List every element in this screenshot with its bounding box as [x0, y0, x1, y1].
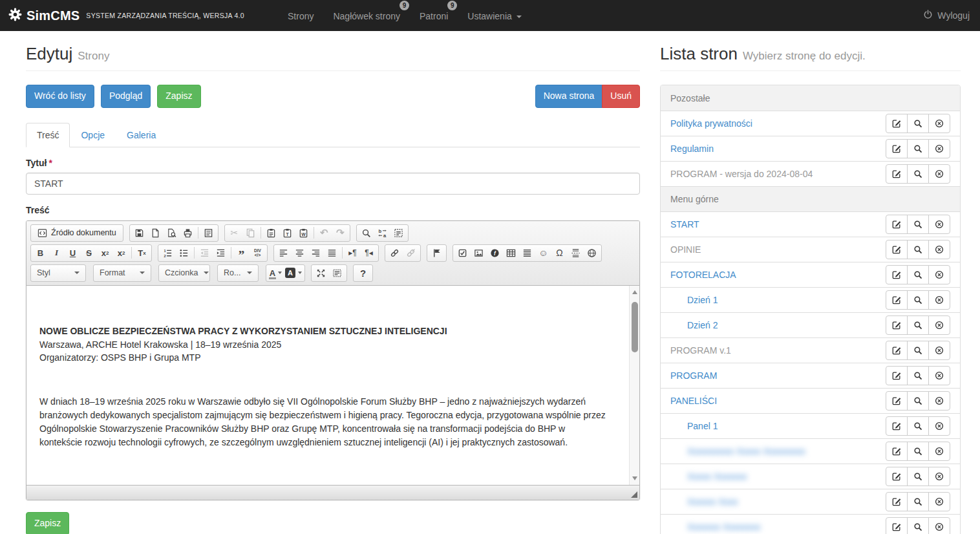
- edit-page-button[interactable]: [886, 114, 908, 133]
- find-button[interactable]: [358, 226, 374, 240]
- help-button[interactable]: ?: [355, 266, 371, 281]
- special-char-button[interactable]: Ω: [551, 246, 568, 261]
- delete-page-button[interactable]: [928, 215, 950, 234]
- edit-page-button[interactable]: [886, 366, 908, 385]
- justify-button[interactable]: [324, 246, 340, 261]
- preview-page-button[interactable]: [907, 366, 929, 385]
- subscript-button[interactable]: x2: [97, 246, 113, 261]
- select-all-button[interactable]: [390, 226, 407, 240]
- format-dropdown[interactable]: Format: [93, 264, 151, 282]
- outdent-button[interactable]: [197, 246, 213, 261]
- strikethrough-button[interactable]: S: [81, 246, 97, 261]
- edit-page-button[interactable]: [886, 391, 908, 411]
- iframe-button[interactable]: [584, 246, 600, 261]
- page-link[interactable]: PROGRAM v.1: [670, 345, 731, 356]
- print-button[interactable]: [180, 226, 196, 240]
- preview-page-button[interactable]: [907, 341, 929, 360]
- page-link[interactable]: Regulamin: [670, 144, 714, 154]
- copy-button[interactable]: [242, 226, 259, 240]
- delete-page-button[interactable]: [928, 139, 950, 158]
- tab[interactable]: Treść: [26, 123, 70, 147]
- replace-button[interactable]: ba: [374, 226, 390, 240]
- preview-page-button[interactable]: [907, 240, 929, 259]
- bold-button[interactable]: B: [32, 246, 48, 261]
- preview-page-button[interactable]: [907, 265, 929, 284]
- page-link[interactable]: PROGRAM: [670, 370, 717, 381]
- page-link[interactable]: Dzień 2: [687, 320, 718, 330]
- page-link[interactable]: OPINIE: [670, 244, 701, 255]
- delete-page-button[interactable]: [928, 416, 950, 436]
- save-bottom-button[interactable]: Zapisz: [26, 512, 69, 534]
- preview-page-button[interactable]: [907, 492, 929, 511]
- preview-page-button[interactable]: [907, 164, 929, 184]
- anchor-flag-button[interactable]: [429, 246, 445, 261]
- page-link[interactable]: PANELIŚCI: [670, 396, 717, 406]
- paste-from-word-button[interactable]: W: [295, 226, 312, 240]
- font-size-dropdown[interactable]: Ro...: [217, 264, 259, 282]
- bidi-rtl-button[interactable]: ¶◂: [361, 246, 377, 261]
- edit-page-button[interactable]: [886, 416, 908, 436]
- delete-page-button[interactable]: [928, 315, 950, 335]
- superscript-button[interactable]: x2: [113, 246, 129, 261]
- image-button[interactable]: [471, 246, 487, 261]
- edit-page-button[interactable]: [886, 492, 908, 511]
- bidi-ltr-button[interactable]: ▸¶: [345, 246, 361, 261]
- align-right-button[interactable]: [308, 246, 324, 261]
- page-link[interactable]: Pozostałe: [670, 93, 710, 103]
- edit-page-button[interactable]: [886, 467, 908, 486]
- ordered-list-button[interactable]: 12: [160, 246, 176, 261]
- remove-format-button[interactable]: Tx: [134, 246, 150, 261]
- page-link[interactable]: PROGRAM - wersja do 2024-08-04: [670, 169, 813, 179]
- preview-document-button[interactable]: [164, 226, 180, 240]
- unlink-button[interactable]: [403, 246, 419, 261]
- nav-item[interactable]: Ustawienia: [458, 10, 531, 21]
- resize-handle[interactable]: [631, 491, 637, 498]
- preview-button[interactable]: Podgląd: [101, 85, 151, 108]
- page-link[interactable]: Xxxxx Xxxxxxx: [687, 471, 747, 482]
- style-dropdown[interactable]: Styl: [30, 264, 86, 282]
- bg-color-button[interactable]: A: [284, 266, 303, 281]
- preview-page-button[interactable]: [907, 416, 929, 436]
- preview-page-button[interactable]: [907, 391, 929, 411]
- preview-page-button[interactable]: [907, 114, 929, 133]
- nav-item[interactable]: Nagłówek strony 9: [323, 10, 410, 21]
- preview-page-button[interactable]: [907, 442, 929, 461]
- brand[interactable]: SimCMS SYSTEM ZARZĄDZANIA TREŚCIĄ, WERSJ…: [8, 8, 244, 24]
- delete-button[interactable]: Usuń: [602, 85, 640, 108]
- preview-page-button[interactable]: [907, 517, 929, 534]
- paste-button[interactable]: [263, 226, 279, 240]
- undo-button[interactable]: ↶: [316, 226, 332, 240]
- title-input[interactable]: [26, 173, 640, 195]
- table-button[interactable]: [503, 246, 519, 261]
- editor-scrollbar[interactable]: [629, 286, 639, 485]
- scroll-up-arrow-icon[interactable]: [632, 290, 637, 294]
- div-container-button[interactable]: DIV</>: [250, 246, 266, 261]
- indent-button[interactable]: [213, 246, 229, 261]
- page-link[interactable]: Xxxxxxx Xxxxxxxx: [687, 522, 761, 532]
- cut-button[interactable]: ✂: [226, 226, 242, 240]
- templates-button[interactable]: [200, 226, 217, 240]
- tab[interactable]: Galeria: [116, 123, 167, 147]
- edit-page-button[interactable]: [886, 341, 908, 360]
- flash-button[interactable]: f: [487, 246, 503, 261]
- logout-button[interactable]: Wyloguj: [923, 10, 970, 21]
- back-to-list-button[interactable]: Wróć do listy: [26, 85, 94, 108]
- new-page-button[interactable]: Nowa strona: [535, 85, 603, 108]
- edit-page-button[interactable]: [886, 265, 908, 284]
- preview-page-button[interactable]: [907, 315, 929, 335]
- page-link[interactable]: Menu górne: [670, 194, 719, 204]
- edit-page-button[interactable]: [886, 442, 908, 461]
- italic-button[interactable]: I: [48, 246, 65, 261]
- edit-page-button[interactable]: [886, 215, 908, 234]
- page-break-button[interactable]: [568, 246, 584, 261]
- delete-page-button[interactable]: [928, 265, 950, 284]
- maximize-button[interactable]: [313, 266, 329, 281]
- save-button[interactable]: Zapisz: [157, 85, 200, 108]
- align-center-button[interactable]: [292, 246, 308, 261]
- link-button[interactable]: [387, 246, 403, 261]
- delete-page-button[interactable]: [928, 442, 950, 461]
- text-color-button[interactable]: A: [268, 266, 284, 281]
- source-button[interactable]: Źródło dokumentu: [32, 226, 122, 240]
- page-link[interactable]: Panel 1: [687, 421, 718, 431]
- nav-item[interactable]: Patroni 9: [410, 10, 458, 21]
